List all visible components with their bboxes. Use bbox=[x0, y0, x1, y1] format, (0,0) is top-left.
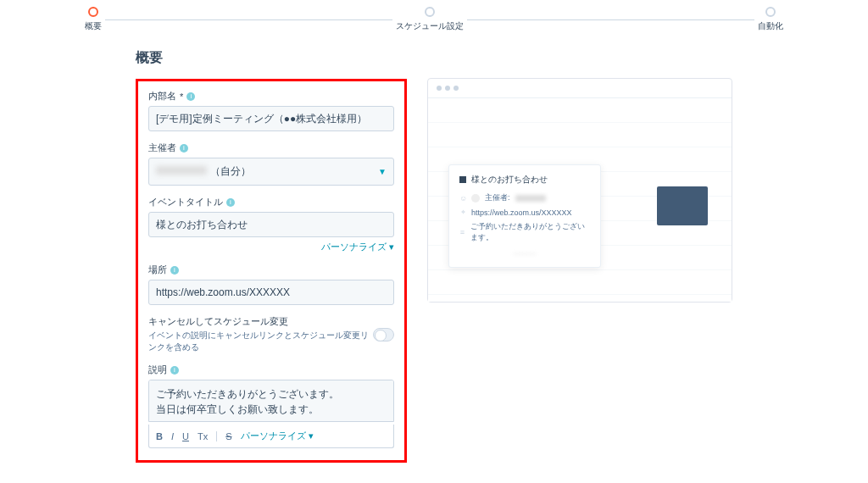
color-square-icon bbox=[459, 176, 466, 183]
internal-name-label: 内部名 * i bbox=[148, 90, 394, 103]
cancel-toggle[interactable] bbox=[373, 328, 394, 341]
editor-toolbar: B I U Tx S パーソナライズ ▾ bbox=[148, 425, 394, 448]
personalize-link[interactable]: パーソナライズ ▾ bbox=[241, 430, 314, 442]
event-title-input[interactable] bbox=[148, 212, 394, 237]
step-label-overview: 概要 bbox=[85, 20, 102, 32]
step-automation[interactable]: 自動化 bbox=[758, 7, 783, 32]
cal-desc-row: ≡ ご予約いただきありがとうございます。 bbox=[459, 221, 590, 243]
underline-button[interactable]: U bbox=[182, 431, 189, 441]
chevron-down-icon: ▼ bbox=[378, 167, 387, 176]
form-highlight: 内部名 * i 主催者 i （自分） ▼ イベ bbox=[136, 79, 407, 463]
organizer-label: 主催者 i bbox=[148, 142, 394, 154]
chevron-down-icon: ▾ bbox=[389, 242, 394, 252]
step-circle-active bbox=[88, 7, 98, 17]
doc-icon: ≡ bbox=[459, 228, 465, 236]
preview-card: 様とのお打ち合わせ ☺ 主催者: ⌖ https://web.zoom.us/X… bbox=[427, 78, 732, 303]
step-label-schedule: スケジュール設定 bbox=[396, 20, 464, 32]
field-internal-name: 内部名 * i bbox=[148, 90, 394, 131]
field-event-title: イベントタイトル i パーソナライズ ▾ bbox=[148, 196, 394, 253]
step-overview[interactable]: 概要 bbox=[85, 7, 102, 32]
info-icon[interactable]: i bbox=[170, 366, 179, 375]
divider bbox=[216, 431, 217, 441]
cal-organizer-label: 主催者: bbox=[485, 192, 510, 203]
italic-button[interactable]: I bbox=[171, 431, 174, 441]
strike-button[interactable]: S bbox=[225, 431, 231, 441]
cancel-desc: イベントの説明にキャンセルリンクとスケジュール変更リンクを含める bbox=[148, 330, 373, 353]
cal-more-row: ……… bbox=[459, 247, 590, 256]
step-circle bbox=[425, 7, 435, 17]
calendar-event-card: 様とのお打ち合わせ ☺ 主催者: ⌖ https://web.zoom.us/X… bbox=[448, 164, 601, 268]
step-line bbox=[467, 19, 754, 20]
location-label: 場所 i bbox=[148, 264, 394, 276]
user-icon: ☺ bbox=[459, 194, 466, 203]
step-label-automation: 自動化 bbox=[758, 20, 783, 32]
field-description: 説明 i B I U Tx S パーソナライズ ▾ bbox=[148, 364, 394, 448]
step-circle bbox=[765, 7, 776, 17]
label-text: イベントタイトル bbox=[148, 196, 223, 208]
cancel-toggle-row: キャンセルしてスケジュール変更 イベントの説明にキャンセルリンクとスケジュール変… bbox=[148, 315, 394, 353]
info-icon[interactable]: i bbox=[180, 144, 188, 153]
cal-desc-text: ご予約いただきありがとうございます。 bbox=[470, 221, 590, 243]
label-text: 主催者 bbox=[148, 142, 176, 154]
stepper: 概要 スケジュール設定 自動化 bbox=[0, 0, 868, 36]
window-dot bbox=[453, 86, 459, 91]
section-title: 概要 bbox=[136, 49, 407, 67]
info-icon[interactable]: i bbox=[186, 92, 195, 101]
cal-organizer-row: ☺ 主催者: bbox=[459, 192, 590, 203]
info-icon[interactable]: i bbox=[226, 198, 235, 207]
info-icon[interactable]: i bbox=[170, 266, 179, 275]
window-dot bbox=[437, 86, 442, 91]
cal-location-text: https://web.zoom.us/XXXXXX bbox=[471, 208, 572, 217]
label-text: 場所 bbox=[148, 264, 167, 276]
internal-name-input[interactable] bbox=[148, 106, 394, 131]
field-organizer: 主催者 i （自分） ▼ bbox=[148, 142, 394, 186]
preview-body: 様とのお打ち合わせ ☺ 主催者: ⌖ https://web.zoom.us/X… bbox=[428, 98, 732, 302]
step-line bbox=[105, 19, 392, 20]
pin-icon: ⌖ bbox=[459, 208, 466, 217]
event-title-label: イベントタイトル i bbox=[148, 196, 394, 208]
step-schedule[interactable]: スケジュール設定 bbox=[396, 7, 464, 32]
calendar-event-block bbox=[657, 186, 708, 225]
required-asterisk: * bbox=[180, 92, 183, 102]
label-text: 説明 bbox=[148, 364, 167, 376]
bold-button[interactable]: B bbox=[156, 431, 163, 441]
label-text: 内部名 bbox=[148, 90, 176, 103]
clear-format-button[interactable]: Tx bbox=[198, 431, 208, 441]
field-location: 場所 i bbox=[148, 264, 394, 305]
description-textarea[interactable] bbox=[148, 380, 394, 422]
location-input[interactable] bbox=[148, 280, 394, 305]
blurred-name bbox=[156, 166, 207, 175]
preview-window-controls bbox=[428, 79, 732, 98]
avatar bbox=[471, 194, 480, 203]
cancel-label: キャンセルしてスケジュール変更 bbox=[148, 315, 373, 328]
organizer-select[interactable]: （自分） ▼ bbox=[148, 158, 394, 186]
blurred-text: ……… bbox=[514, 247, 537, 256]
blurred-name bbox=[515, 195, 546, 202]
cal-title-text: 様とのお打ち合わせ bbox=[471, 174, 548, 186]
cal-location-row: ⌖ https://web.zoom.us/XXXXXX bbox=[459, 208, 590, 217]
chevron-down-icon: ▾ bbox=[309, 430, 314, 441]
organizer-suffix: （自分） bbox=[210, 165, 251, 177]
window-dot bbox=[445, 86, 450, 91]
cal-title: 様とのお打ち合わせ bbox=[459, 174, 590, 186]
personalize-link[interactable]: パーソナライズ ▾ bbox=[321, 241, 394, 253]
description-label: 説明 i bbox=[148, 364, 394, 376]
